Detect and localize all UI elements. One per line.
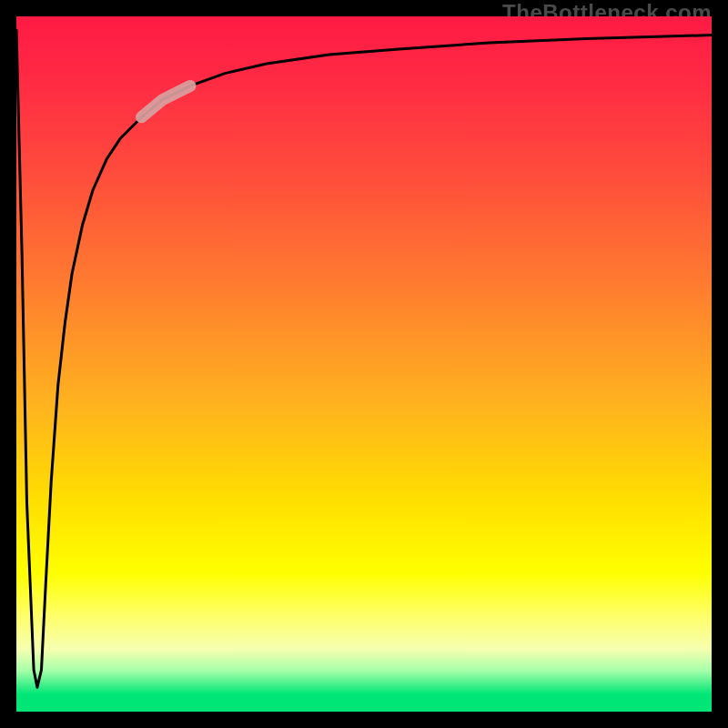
bottleneck-curve [16, 30, 712, 687]
chart-frame: TheBottleneck.com [0, 0, 728, 728]
curve-svg [16, 16, 712, 712]
plot-area [16, 16, 712, 712]
curve-highlight [142, 86, 191, 116]
